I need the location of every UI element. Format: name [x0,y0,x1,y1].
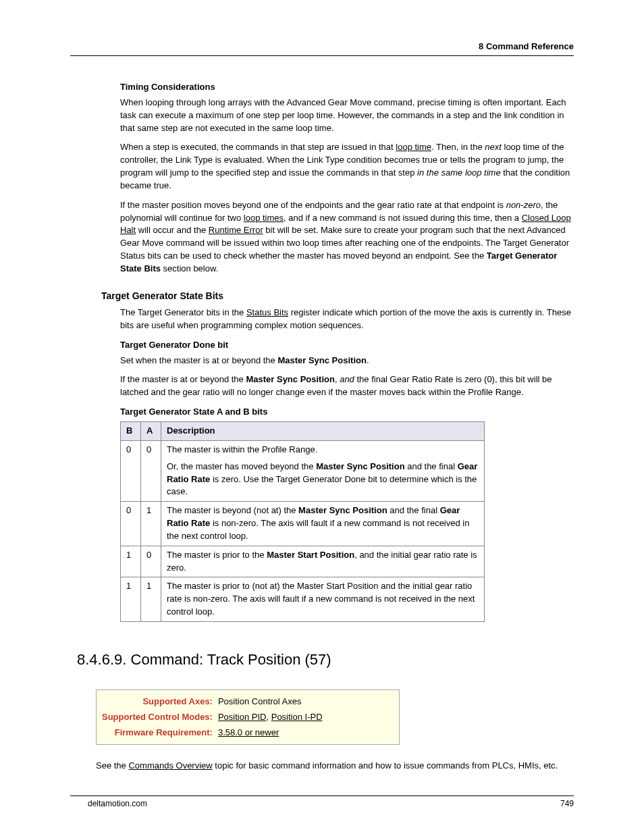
modes-label: Supported Control Modes: [102,710,218,725]
timing-p3: If the master position moves beyond one … [120,199,576,276]
footer: deltamotion.com 749 [88,798,574,810]
footer-rule [70,796,574,796]
table-row: 1 1 The master is prior to (not at) the … [121,577,485,622]
timing-p1: When looping through long arrays with th… [120,97,576,135]
header-section: 8 Command Reference [479,41,574,53]
header-rule [70,55,574,56]
done-bit-p1: Set when the master is at or beyond the … [120,355,576,367]
table-row: 1 0 The master is prior to the Master St… [121,546,485,577]
runtime-error-link[interactable]: Runtime Error [209,225,263,235]
done-bit-p2: If the master is at or beyond the Master… [120,373,576,399]
loop-times-link[interactable]: loop times [244,213,284,223]
fw-value: 3.58.0 or newer [218,725,328,741]
position-pid-link[interactable]: Position PID [218,712,267,722]
axes-label: Supported Axes: [102,694,218,710]
modes-value: Position PID, Position I-PD [218,710,328,725]
tgsb-intro: The Target Generator bits in the Status … [120,307,576,332]
axes-value: Position Control Axes [218,694,328,710]
th-desc: Description [161,422,485,441]
loop-time-link[interactable]: loop time [396,142,431,152]
command-info-box: Supported Axes: Position Control Axes Su… [96,689,400,746]
command-heading: 8.4.6.9. Command: Track Position (57) [77,649,576,671]
command-overview-p: See the Commands Overview topic for basi… [96,760,576,773]
commands-overview-link[interactable]: Commands Overview [128,760,212,771]
main-content: Timing Considerations When looping throu… [96,81,576,773]
table-row: 0 0 The master is within the Profile Ran… [121,440,485,501]
tgsb-heading: Target Generator State Bits [101,289,576,303]
footer-left: deltamotion.com [88,798,147,810]
position-ipd-link[interactable]: Position I-PD [271,712,323,722]
timing-p2: When a step is executed, the commands in… [120,141,576,192]
done-bit-heading: Target Generator Done bit [120,339,576,352]
state-bits-table: B A Description 0 0 The master is within… [120,421,485,622]
firmware-link[interactable]: 3.58.0 or newer [218,727,279,737]
status-bits-link[interactable]: Status Bits [246,307,288,317]
ab-bits-heading: Target Generator State A and B bits [120,406,576,419]
fw-label: Firmware Requirement: [102,725,218,741]
timing-heading: Timing Considerations [120,81,576,94]
th-b: B [121,422,141,441]
table-row: 0 1 The master is beyond (not at) the Ma… [121,502,485,546]
th-a: A [141,422,161,441]
page-number: 749 [560,798,574,810]
